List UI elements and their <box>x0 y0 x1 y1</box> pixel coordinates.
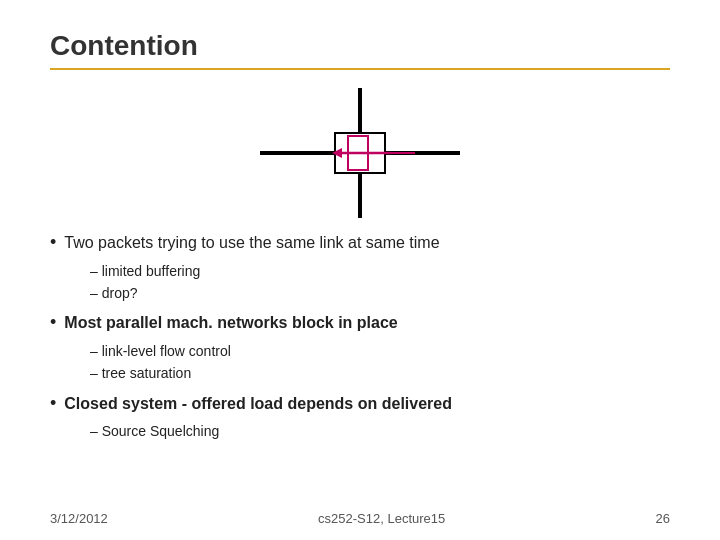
bullet-1: • Two packets trying to use the same lin… <box>50 230 670 256</box>
diagram <box>50 88 670 218</box>
slide-title: Contention <box>50 30 670 62</box>
contention-diagram <box>260 88 460 218</box>
footer-course: cs252-S12, Lecture15 <box>318 511 445 526</box>
bullet-2-sub-1: link-level flow control <box>90 340 670 362</box>
slide: Contention • Two packet <box>0 0 720 540</box>
bullet-3-dot: • <box>50 391 56 416</box>
bullet-1-text: Two packets trying to use the same link … <box>64 230 439 256</box>
bullet-2: • Most parallel mach. networks block in … <box>50 310 670 336</box>
bullet-3-subs: Source Squelching <box>90 420 670 442</box>
bullet-3: • Closed system - offered load depends o… <box>50 391 670 417</box>
bullet-2-text: Most parallel mach. networks block in pl… <box>64 310 397 336</box>
bullet-2-dot: • <box>50 310 56 335</box>
content-area: • Two packets trying to use the same lin… <box>50 230 670 443</box>
footer-date: 3/12/2012 <box>50 511 108 526</box>
footer-page: 26 <box>656 511 670 526</box>
bullet-3-text: Closed system - offered load depends on … <box>64 391 452 417</box>
bullet-1-sub-2: drop? <box>90 282 670 304</box>
bullet-1-sub-1: limited buffering <box>90 260 670 282</box>
bullet-1-subs: limited buffering drop? <box>90 260 670 305</box>
title-underline <box>50 68 670 70</box>
bullet-2-subs: link-level flow control tree saturation <box>90 340 670 385</box>
bullet-1-dot: • <box>50 230 56 255</box>
bullet-2-sub-2: tree saturation <box>90 362 670 384</box>
footer: 3/12/2012 cs252-S12, Lecture15 26 <box>50 511 670 526</box>
bullet-3-sub-1: Source Squelching <box>90 420 670 442</box>
